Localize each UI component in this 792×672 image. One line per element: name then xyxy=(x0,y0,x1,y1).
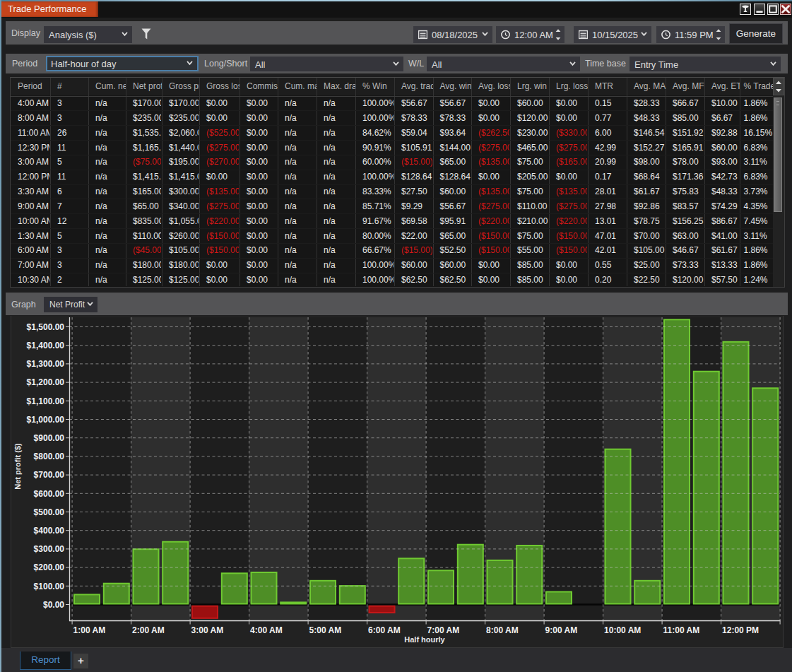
svg-text:7:00 AM: 7:00 AM xyxy=(427,625,460,635)
svg-text:2:00 AM: 2:00 AM xyxy=(132,625,165,635)
svg-text:$900.00: $900.00 xyxy=(34,433,65,443)
svg-text:Half hourly: Half hourly xyxy=(404,635,445,644)
svg-text:1:00 AM: 1:00 AM xyxy=(73,625,106,635)
svg-text:$300.00: $300.00 xyxy=(34,544,65,554)
svg-text:$700.00: $700.00 xyxy=(34,470,65,480)
svg-text:$100.00: $100.00 xyxy=(34,582,65,591)
svg-text:$600.00: $600.00 xyxy=(34,489,65,499)
svg-text:6:00 AM: 6:00 AM xyxy=(368,625,401,635)
svg-text:4:00 AM: 4:00 AM xyxy=(250,625,283,635)
svg-text:8:00 AM: 8:00 AM xyxy=(486,625,519,635)
svg-text:3:00 AM: 3:00 AM xyxy=(191,625,224,635)
svg-text:$1,500.00: $1,500.00 xyxy=(27,322,65,332)
svg-text:$0.00: $0.00 xyxy=(43,600,64,610)
svg-text:$200.00: $200.00 xyxy=(34,562,65,572)
svg-text:$1,000.00: $1,000.00 xyxy=(27,415,65,425)
svg-text:$800.00: $800.00 xyxy=(34,452,65,461)
svg-text:10:00 AM: 10:00 AM xyxy=(604,625,641,635)
svg-text:9:00 AM: 9:00 AM xyxy=(545,625,578,635)
svg-text:Net profit ($): Net profit ($) xyxy=(13,443,22,490)
svg-text:$1,400.00: $1,400.00 xyxy=(27,341,65,350)
svg-text:$500.00: $500.00 xyxy=(34,507,65,517)
svg-text:$1,200.00: $1,200.00 xyxy=(27,377,65,387)
svg-text:5:00 AM: 5:00 AM xyxy=(309,625,342,635)
svg-text:$400.00: $400.00 xyxy=(34,526,65,536)
svg-text:12:00 PM: 12:00 PM xyxy=(722,625,759,635)
svg-text:$1,300.00: $1,300.00 xyxy=(27,359,65,369)
svg-text:11:00 AM: 11:00 AM xyxy=(663,625,700,635)
svg-text:$1,100.00: $1,100.00 xyxy=(27,396,65,406)
